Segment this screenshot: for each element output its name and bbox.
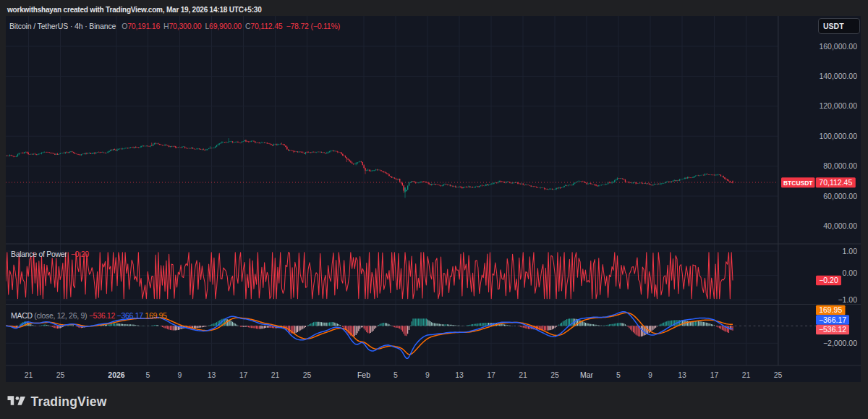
svg-text:60,000.00: 60,000.00 <box>823 192 857 200</box>
svg-text:21: 21 <box>742 371 751 379</box>
svg-text:70,112.45: 70,112.45 <box>819 178 852 187</box>
svg-text:0.00: 0.00 <box>843 268 858 277</box>
svg-text:9: 9 <box>178 371 182 379</box>
svg-text:25: 25 <box>303 371 312 379</box>
svg-text:5: 5 <box>393 371 398 379</box>
svg-text:25: 25 <box>56 371 65 379</box>
svg-text:13: 13 <box>678 371 686 379</box>
svg-text:160,000.00: 160,000.00 <box>819 42 857 51</box>
svg-text:21: 21 <box>271 371 280 379</box>
svg-text:25: 25 <box>774 371 783 379</box>
svg-text:−1.00: −1.00 <box>838 295 857 304</box>
svg-text:1.00: 1.00 <box>843 247 858 255</box>
svg-text:2026: 2026 <box>108 371 125 379</box>
svg-text:9: 9 <box>648 371 652 379</box>
svg-text:Feb: Feb <box>357 371 370 379</box>
svg-text:80,000.00: 80,000.00 <box>823 161 857 170</box>
svg-text:Mar: Mar <box>580 371 594 379</box>
svg-text:5: 5 <box>616 371 621 379</box>
svg-text:25: 25 <box>550 371 559 379</box>
svg-text:17: 17 <box>710 371 719 379</box>
svg-text:40,000.00: 40,000.00 <box>823 221 857 230</box>
svg-text:9: 9 <box>425 371 430 379</box>
svg-text:BTCUSDT: BTCUSDT <box>783 179 813 187</box>
svg-text:17: 17 <box>239 371 248 379</box>
svg-text:120,000.00: 120,000.00 <box>819 101 857 110</box>
svg-text:−536.12: −536.12 <box>819 325 846 334</box>
svg-text:21: 21 <box>25 371 33 379</box>
svg-text:100,000.00: 100,000.00 <box>819 132 857 140</box>
svg-text:13: 13 <box>208 371 216 379</box>
svg-text:21: 21 <box>519 371 527 379</box>
svg-text:−366.17: −366.17 <box>819 316 846 324</box>
svg-text:140,000.00: 140,000.00 <box>819 72 857 80</box>
svg-text:−0.20: −0.20 <box>819 276 838 284</box>
svg-text:169.95: 169.95 <box>819 305 842 314</box>
svg-text:−2,000.00: −2,000.00 <box>823 339 857 347</box>
svg-text:17: 17 <box>487 371 495 379</box>
svg-text:5: 5 <box>146 371 150 379</box>
svg-text:13: 13 <box>455 371 464 379</box>
